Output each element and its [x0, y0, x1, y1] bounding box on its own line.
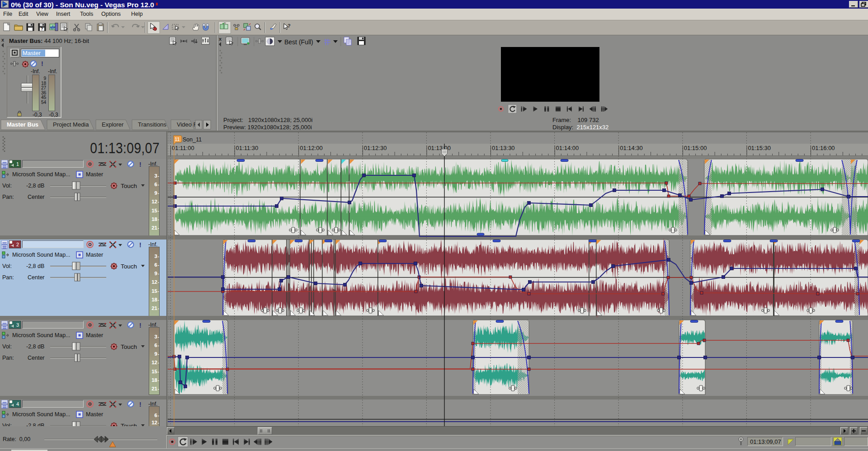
- svg-text:Master Bus: Master Bus: [7, 121, 38, 128]
- svg-text:!: !: [41, 60, 43, 67]
- svg-text:Project Media: Project Media: [53, 121, 89, 128]
- svg-text:01:16:00: 01:16:00: [812, 145, 835, 151]
- svg-text:01:14:30: 01:14:30: [620, 145, 643, 151]
- svg-text:?: ?: [288, 23, 291, 28]
- svg-text:Transitions: Transitions: [138, 121, 167, 128]
- svg-text:Video F: Video F: [177, 121, 197, 128]
- svg-text:11: 11: [175, 136, 179, 142]
- svg-text:01:12:30: 01:12:30: [364, 145, 387, 151]
- svg-text:01:11:00: 01:11:00: [172, 145, 194, 151]
- svg-text:01:13:30: 01:13:30: [492, 145, 515, 151]
- svg-text:Explorer: Explorer: [102, 121, 124, 128]
- svg-text:Best (Full): Best (Full): [284, 38, 313, 46]
- svg-text:Son_11: Son_11: [183, 136, 202, 143]
- svg-text:01:12:00: 01:12:00: [300, 145, 323, 151]
- svg-text:01:15:00: 01:15:00: [684, 145, 707, 151]
- svg-text:?: ?: [41, 27, 43, 31]
- svg-text:01:11:30: 01:11:30: [236, 145, 259, 151]
- svg-text:01:14:00: 01:14:00: [556, 145, 579, 151]
- svg-text:01:15:30: 01:15:30: [748, 145, 771, 151]
